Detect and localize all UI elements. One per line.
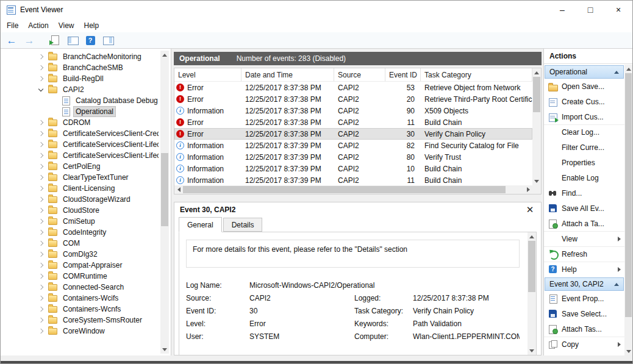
- scroll-right-button[interactable]: [524, 185, 532, 194]
- tree-item[interactable]: Client-Licensing: [1, 183, 159, 194]
- action-attach-task[interactable]: Attach a Ta...: [544, 216, 624, 231]
- tree-item-operational[interactable]: Operational: [1, 106, 159, 117]
- tree-item[interactable]: CoreWindow: [1, 326, 159, 337]
- action-open-saved-log[interactable]: Open Save...: [544, 79, 624, 94]
- tree-item[interactable]: Connected-Search: [1, 282, 159, 293]
- tree-item[interactable]: CertificateServicesClient-Lifec: [1, 150, 159, 161]
- scrollbar-thumb[interactable]: [625, 73, 632, 317]
- scrollbar-thumb[interactable]: [183, 186, 506, 193]
- chevron-right-icon[interactable]: [38, 120, 43, 125]
- action-create-custom-view[interactable]: Create Cus...: [544, 94, 624, 109]
- scroll-up-button[interactable]: [624, 65, 632, 73]
- tree-item[interactable]: Containers-Wcnfs: [1, 304, 159, 315]
- action-filter-current-log[interactable]: Filter Curre...: [544, 140, 624, 155]
- action-save-all-events[interactable]: Save All Ev...: [544, 201, 624, 216]
- column-header-source[interactable]: Source: [334, 68, 385, 81]
- action-enable-log[interactable]: Enable Log: [544, 170, 624, 185]
- scrollbar-thumb[interactable]: [161, 153, 168, 226]
- tab-general[interactable]: General: [179, 217, 222, 232]
- close-icon[interactable]: ✕: [524, 204, 535, 215]
- show-console-tree-button[interactable]: [66, 34, 79, 47]
- chevron-right-icon[interactable]: [38, 307, 43, 312]
- chevron-right-icon[interactable]: [38, 164, 43, 169]
- chevron-right-icon[interactable]: [38, 252, 43, 257]
- preview-scrollbar[interactable]: [528, 232, 536, 355]
- event-row[interactable]: !Error 12/25/2017 8:37:38 PM CAPI2 11 Bu…: [174, 116, 532, 128]
- chevron-right-icon[interactable]: [38, 175, 43, 180]
- chevron-right-icon[interactable]: [38, 153, 43, 158]
- chevron-right-icon[interactable]: [38, 329, 43, 334]
- tree-item[interactable]: CertPolEng: [1, 161, 159, 172]
- chevron-right-icon[interactable]: [38, 219, 43, 224]
- tree-item[interactable]: BranchCacheSMB: [1, 62, 159, 73]
- tree-item[interactable]: CertificateServicesClient-Lifec: [1, 139, 159, 150]
- chevron-right-icon[interactable]: [38, 197, 43, 202]
- action-event-properties[interactable]: Event Prop...: [544, 291, 624, 306]
- chevron-right-icon[interactable]: [38, 76, 43, 81]
- menu-view[interactable]: View: [54, 19, 79, 32]
- tree-item[interactable]: Catalog Database Debug: [1, 95, 159, 106]
- chevron-right-icon[interactable]: [38, 274, 43, 279]
- event-row[interactable]: iInformation 12/25/2017 8:37:39 PM CAPI2…: [174, 151, 532, 163]
- actions-scrollbar[interactable]: [624, 65, 632, 355]
- chevron-right-icon[interactable]: [38, 142, 43, 147]
- collapse-icon[interactable]: [614, 71, 619, 74]
- scroll-left-button[interactable]: [174, 185, 183, 194]
- action-attach-task-to-event[interactable]: Attach Tas...: [544, 321, 624, 337]
- chevron-right-icon[interactable]: [38, 208, 43, 213]
- event-row[interactable]: iInformation 12/25/2017 8:37:39 PM CAPI2…: [174, 140, 532, 151]
- export-button[interactable]: [48, 34, 62, 47]
- maximize-button[interactable]: □: [576, 1, 604, 19]
- action-properties[interactable]: Properties: [544, 155, 624, 170]
- column-header-task-category[interactable]: Task Category: [421, 68, 532, 81]
- tree-item[interactable]: COM: [1, 238, 159, 249]
- tree-item[interactable]: BranchCacheMonitoring: [1, 51, 159, 62]
- tree-scrollbar[interactable]: [160, 51, 169, 354]
- scroll-down-button[interactable]: [528, 346, 536, 355]
- chevron-right-icon[interactable]: [38, 241, 43, 246]
- menu-file[interactable]: File: [2, 19, 23, 32]
- column-header-level[interactable]: Level: [174, 68, 241, 81]
- tree-item[interactable]: CmiSetup: [1, 216, 159, 227]
- forward-button[interactable]: →: [23, 34, 36, 47]
- column-header-event-id[interactable]: Event ID: [385, 68, 421, 81]
- tree-item[interactable]: ClearTypeTextTuner: [1, 172, 159, 183]
- back-button[interactable]: ←: [5, 34, 18, 47]
- help-button[interactable]: ?: [84, 34, 97, 47]
- tree-item[interactable]: CertificateServicesClient-Cred: [1, 128, 159, 139]
- tree-item[interactable]: Compat-Appraiser: [1, 260, 159, 271]
- scroll-down-button[interactable]: [624, 347, 632, 355]
- event-row[interactable]: iInformation 12/25/2017 8:37:38 PM CAPI2…: [174, 105, 532, 116]
- chevron-right-icon[interactable]: [38, 263, 43, 268]
- scrollbar-thumb[interactable]: [528, 241, 535, 292]
- scroll-up-button[interactable]: [528, 232, 536, 241]
- tree-item-capi2[interactable]: CAPI2: [1, 84, 159, 95]
- show-action-pane-button[interactable]: [101, 34, 115, 47]
- chevron-right-icon[interactable]: [38, 296, 43, 301]
- chevron-right-icon[interactable]: [38, 285, 43, 290]
- scroll-up-button[interactable]: [160, 51, 169, 59]
- actions-section-header-event[interactable]: Event 30, CAPI2: [545, 277, 624, 291]
- tab-details[interactable]: Details: [223, 218, 263, 232]
- tree-item[interactable]: CDROM: [1, 117, 159, 128]
- scroll-down-button[interactable]: [532, 177, 541, 185]
- event-row[interactable]: iInformation 12/25/2017 8:37:39 PM CAPI2…: [174, 174, 532, 186]
- chevron-down-icon[interactable]: [38, 87, 43, 91]
- event-row[interactable]: !Error 12/25/2017 8:37:38 PM CAPI2 20 Re…: [174, 93, 532, 105]
- menu-help[interactable]: Help: [79, 19, 104, 32]
- action-copy[interactable]: Copy: [544, 337, 624, 352]
- menu-action[interactable]: Action: [23, 19, 53, 32]
- tree-item[interactable]: CloudStorageWizard: [1, 194, 159, 205]
- action-clear-log[interactable]: Clear Log...: [544, 124, 624, 140]
- column-header-date-time[interactable]: Date and Time: [241, 68, 334, 81]
- scroll-down-button[interactable]: [160, 345, 169, 354]
- tree-item[interactable]: Build-RegDll: [1, 73, 159, 84]
- action-help[interactable]: Help: [544, 262, 624, 277]
- action-import-custom-view[interactable]: Import Cus...: [544, 109, 624, 124]
- event-list-horizontal-scrollbar[interactable]: [174, 185, 532, 194]
- chevron-right-icon[interactable]: [38, 54, 43, 59]
- action-find[interactable]: Find...: [544, 185, 624, 201]
- action-refresh[interactable]: Refresh: [544, 246, 624, 262]
- event-row-selected[interactable]: !Error 12/25/2017 8:37:38 PM CAPI2 30 Ve…: [174, 128, 532, 140]
- action-save-selected-events[interactable]: Save Select...: [544, 306, 624, 321]
